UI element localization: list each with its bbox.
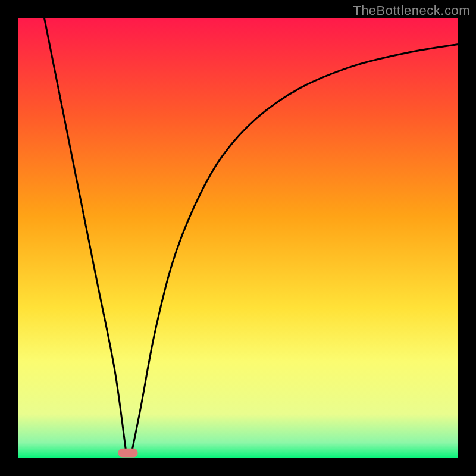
gradient-background (18, 18, 458, 458)
marker-layer (118, 449, 137, 458)
chart-svg (18, 18, 458, 458)
target-pill (118, 449, 137, 458)
chart-frame: TheBottleneck.com (0, 0, 476, 476)
watermark-text: TheBottleneck.com (353, 3, 470, 18)
plot-area (18, 18, 458, 458)
